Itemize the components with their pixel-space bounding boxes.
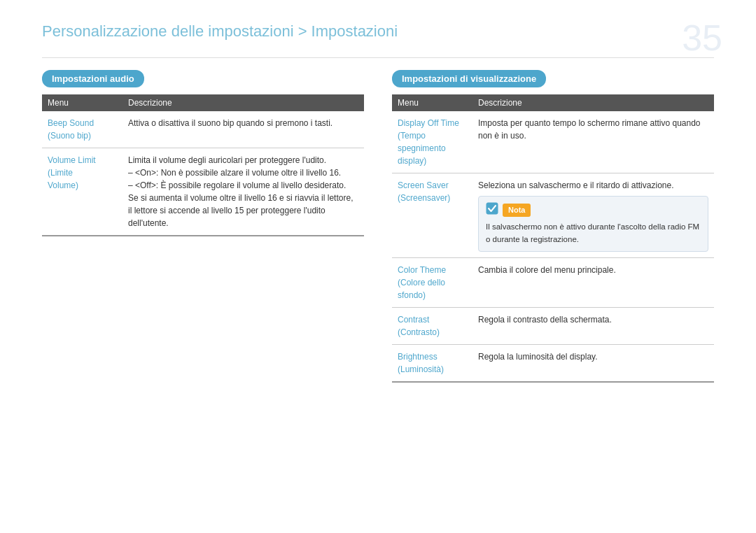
title-divider — [42, 57, 714, 58]
visual-table-row: Color Theme (Colore dello sfondo)Cambia … — [392, 257, 714, 307]
page-title: Personalizzazione delle impostazioni > I… — [42, 22, 398, 41]
audio-section: Impostazioni audio Menu Descrizione Beep… — [42, 70, 364, 383]
visual-menu-cell: Color Theme (Colore dello sfondo) — [392, 257, 472, 307]
audio-col-menu: Menu — [42, 94, 122, 111]
audio-table-row: Volume Limit (Limite Volume)Limita il vo… — [42, 148, 364, 236]
visual-menu-cell: Brightness (Luminosità) — [392, 344, 472, 382]
audio-desc-cell: Attiva o disattiva il suono bip quando s… — [122, 111, 364, 148]
note-text: Il salvaschermo non è attivo durante l'a… — [486, 221, 701, 246]
audio-section-header: Impostazioni audio — [42, 70, 144, 87]
visual-table-row: Screen Saver (Screensaver)Seleziona un s… — [392, 173, 714, 258]
visual-menu-cell: Screen Saver (Screensaver) — [392, 173, 472, 258]
visual-desc-cell: Regola il contrasto della schermata. — [472, 307, 714, 344]
page-title-main: Personalizzazione delle impostazioni — [42, 22, 294, 40]
visual-col-desc: Descrizione — [472, 94, 714, 111]
page-title-sub: Impostazioni — [307, 22, 398, 40]
page-title-separator: > — [294, 22, 307, 40]
visual-table-row: Brightness (Luminosità)Regola la luminos… — [392, 344, 714, 382]
audio-desc-cell: Limita il volume degli auricolari per pr… — [122, 148, 364, 236]
visual-table-row: Contrast (Contrasto)Regola il contrasto … — [392, 307, 714, 344]
audio-table: Menu Descrizione Beep Sound (Suono bip)A… — [42, 94, 364, 236]
visual-desc-cell: Seleziona un salvaschermo e il ritardo d… — [472, 173, 714, 258]
main-content: Impostazioni audio Menu Descrizione Beep… — [42, 70, 714, 383]
audio-table-row: Beep Sound (Suono bip)Attiva o disattiva… — [42, 111, 364, 148]
note-label: Nota — [503, 204, 531, 217]
visual-table: Menu Descrizione Display Off Time (Tempo… — [392, 94, 714, 383]
visual-section-header: Impostazioni di visualizzazione — [392, 70, 546, 87]
visual-menu-cell: Display Off Time (Tempo spegnimento disp… — [392, 111, 472, 173]
visual-desc-cell: Imposta per quanto tempo lo schermo rima… — [472, 111, 714, 173]
visual-table-row: Display Off Time (Tempo spegnimento disp… — [392, 111, 714, 173]
note-box: NotaIl salvaschermo non è attivo durante… — [478, 196, 708, 252]
audio-menu-cell: Beep Sound (Suono bip) — [42, 111, 122, 148]
note-header: Nota — [486, 202, 701, 218]
visual-desc-cell: Cambia il colore del menu principale. — [472, 257, 714, 307]
note-icon — [486, 202, 498, 218]
visual-section: Impostazioni di visualizzazione Menu Des… — [392, 70, 714, 383]
audio-col-desc: Descrizione — [122, 94, 364, 111]
audio-menu-cell: Volume Limit (Limite Volume) — [42, 148, 122, 236]
page-number: 35 — [682, 20, 722, 56]
visual-col-menu: Menu — [392, 94, 472, 111]
visual-desc-cell: Regola la luminosità del display. — [472, 344, 714, 382]
visual-menu-cell: Contrast (Contrasto) — [392, 307, 472, 344]
